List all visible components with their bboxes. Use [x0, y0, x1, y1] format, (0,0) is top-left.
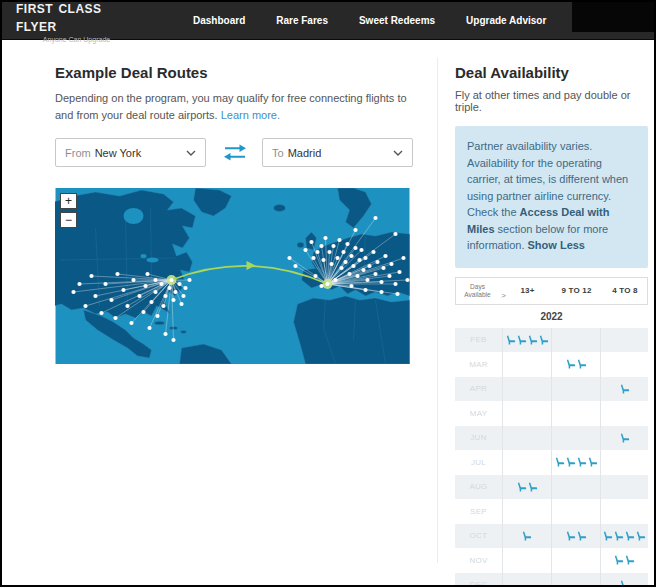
airport-dot	[173, 290, 177, 294]
seat-icon	[620, 580, 630, 587]
airport-dot	[349, 284, 353, 288]
availability-cell	[600, 573, 648, 587]
airport-dot	[319, 244, 323, 248]
airport-dot	[331, 244, 335, 248]
table-row-nov: NOV	[455, 548, 648, 573]
airport-dot	[163, 332, 167, 336]
logo-title: First Class Flyer	[16, 0, 137, 35]
airport-dot	[103, 282, 107, 286]
seat-icon	[620, 433, 630, 443]
airport-dot	[129, 321, 133, 325]
airport-dot	[337, 238, 341, 242]
map-zoom-in-button[interactable]: +	[60, 193, 77, 209]
logo[interactable]: First Class Flyer Anyone Can Upgrade	[16, 0, 137, 43]
availability-cell	[551, 328, 600, 353]
column-header-9to12: 9 TO 12	[552, 286, 601, 295]
seat-icon	[539, 335, 549, 345]
airport-dot	[375, 260, 379, 264]
seat-icon	[614, 531, 624, 541]
header-arrow: >	[501, 292, 506, 300]
map-zoom-controls: + −	[60, 193, 77, 228]
nav-item-sweet-redeems[interactable]: Sweet Redeems	[359, 15, 435, 26]
airport-dot	[345, 242, 349, 246]
column-header-13plus: 13+	[503, 286, 552, 295]
seat-icon	[620, 384, 630, 394]
availability-cell	[551, 573, 600, 587]
from-airport-select[interactable]: From New York	[55, 138, 206, 167]
map-zoom-out-button[interactable]: −	[60, 212, 77, 228]
airport-dot	[169, 278, 173, 282]
year-label: 2022	[455, 305, 648, 328]
month-label: DEC	[455, 580, 502, 587]
seat-icon	[614, 555, 624, 565]
airport-dot	[401, 256, 405, 260]
airport-dot	[359, 248, 363, 252]
show-less-toggle[interactable]: Show Less	[528, 239, 585, 251]
airport-dot	[293, 264, 297, 268]
availability-note: Partner availability varies. Availabilit…	[455, 126, 648, 268]
nav-item-dashboard[interactable]: Dashboard	[193, 15, 245, 26]
availability-title: Deal Availability	[455, 64, 648, 81]
airport-dot	[383, 254, 387, 258]
days-available-header: Days Available >	[456, 283, 503, 298]
table-header-row: Days Available > 13+ 9 TO 12 4 TO 8	[455, 277, 648, 305]
table-row-dec: DEC	[455, 573, 648, 587]
to-airport-select[interactable]: To Madrid	[262, 138, 413, 167]
airport-dot	[393, 232, 397, 236]
airport-dot	[125, 304, 129, 308]
seat-icon	[577, 457, 587, 467]
seat-icon	[625, 531, 635, 541]
airport-dot	[363, 288, 367, 292]
month-label: JUL	[455, 458, 502, 467]
page: First Class Flyer Anyone Can Upgrade Das…	[0, 0, 656, 587]
airport-dot	[147, 326, 151, 330]
airport-dot	[343, 260, 347, 264]
swap-route-button[interactable]	[223, 144, 247, 162]
availability-cell	[600, 401, 648, 426]
airport-dot	[325, 282, 329, 286]
airport-dot	[309, 240, 313, 244]
airport-dot	[177, 282, 181, 286]
availability-cell	[551, 450, 600, 475]
table-row-may: MAY	[455, 401, 648, 426]
nav-item-rare-fares[interactable]: Rare Fares	[276, 15, 328, 26]
airport-dot	[121, 288, 125, 292]
airport-dot	[113, 316, 117, 320]
airport-dot	[335, 256, 339, 260]
nav-item-upgrade-advisor[interactable]: Upgrade Advisor	[466, 15, 546, 26]
seat-icon	[577, 359, 587, 369]
airport-dot	[303, 248, 307, 252]
availability-cell	[600, 524, 648, 549]
airport-dot	[149, 300, 153, 304]
availability-cell	[502, 450, 551, 475]
seat-icon	[636, 531, 646, 541]
availability-cell	[502, 328, 551, 353]
seat-icon	[517, 335, 527, 345]
month-label: MAY	[455, 409, 502, 418]
month-label: OCT	[455, 531, 502, 540]
learn-more-link[interactable]: Learn more.	[221, 109, 280, 121]
airport-dot	[137, 294, 141, 298]
airport-dot	[351, 264, 355, 268]
airport-dot	[349, 254, 353, 258]
airport-dot	[363, 256, 367, 260]
from-value: New York	[95, 147, 141, 159]
table-row-sep: SEP	[455, 499, 648, 524]
header-right-box	[572, 2, 654, 32]
airport-dot	[77, 282, 81, 286]
seat-icon	[566, 531, 576, 541]
airport-dot	[395, 292, 399, 296]
airport-dot	[145, 272, 149, 276]
route-map[interactable]: + −	[55, 188, 410, 364]
availability-cell	[600, 377, 648, 402]
availability-cell	[551, 377, 600, 402]
airport-dot	[339, 266, 343, 270]
availability-cell	[600, 450, 648, 475]
availability-cell	[600, 499, 648, 524]
deal-availability-section: Deal Availability Fly at other times and…	[455, 58, 648, 587]
availability-cell	[600, 475, 648, 500]
table-row-jul: JUL	[455, 450, 648, 475]
airport-dot	[393, 282, 397, 286]
airport-dot	[365, 278, 369, 282]
airport-dot	[379, 290, 383, 294]
